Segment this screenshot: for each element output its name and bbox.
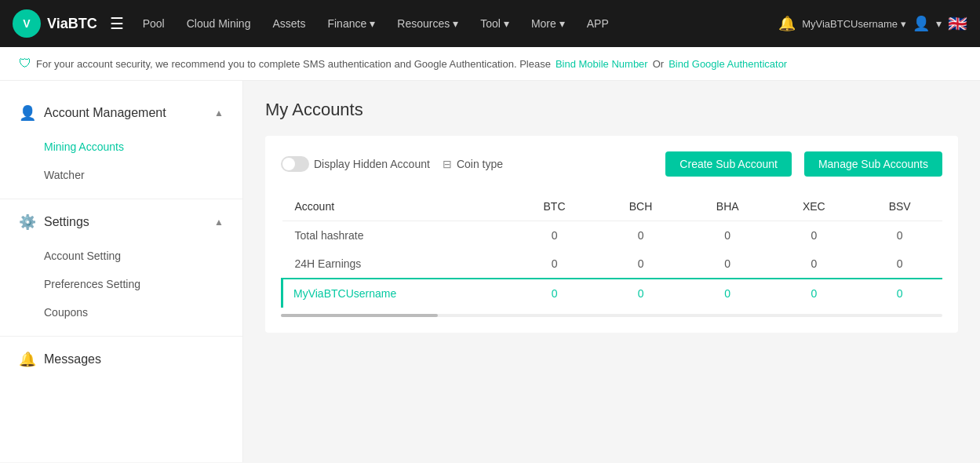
hamburger-icon[interactable]: ☰	[110, 14, 124, 33]
user-bch: 0	[597, 279, 684, 308]
user-btc: 0	[512, 279, 597, 308]
24h-earnings-xec: 0	[771, 250, 857, 279]
nav-app[interactable]: APP	[577, 17, 618, 30]
account-management-icon: 👤	[19, 104, 36, 122]
settings-label: Settings	[44, 215, 89, 229]
nav-assets[interactable]: Assets	[263, 17, 315, 30]
topnav: V ViaBTC ☰ Pool Cloud Mining Assets Fina…	[0, 0, 980, 47]
24h-earnings-label: 24H Earnings	[282, 250, 512, 279]
sidebar-item-preferences-setting[interactable]: Preferences Setting	[0, 270, 242, 298]
table-header-row: Account BTC BCH BHA XEC BSV	[282, 192, 943, 221]
coin-type-filter[interactable]: ⊟ Coin type	[443, 158, 503, 170]
settings-icon: ⚙️	[19, 213, 36, 231]
col-btc: BTC	[512, 192, 597, 221]
sidebar-item-coupons[interactable]: Coupons	[0, 298, 242, 326]
account-management-label: Account Management	[44, 106, 166, 120]
24h-earnings-bha: 0	[684, 250, 771, 279]
create-sub-account-button[interactable]: Create Sub Account	[665, 151, 792, 177]
main-content: My Accounts Display Hidden Account ⊟ Coi…	[243, 81, 980, 462]
settings-items: Account Setting Preferences Setting Coup…	[0, 239, 242, 330]
messages-label: Messages	[44, 352, 101, 366]
account-management-items: Mining Accounts Watcher	[0, 129, 242, 192]
sidebar-divider-1	[0, 199, 242, 199]
24h-earnings-btc: 0	[512, 250, 597, 279]
sidebar-divider-2	[0, 336, 242, 337]
sidebar: 👤 Account Management ▲ Mining Accounts W…	[0, 81, 243, 462]
total-hashrate-xec: 0	[771, 221, 857, 250]
user-account-link[interactable]: MyViaBTCUsername	[293, 287, 396, 300]
chevron-user: ▾	[936, 17, 942, 30]
sidebar-item-account-setting[interactable]: Account Setting	[0, 242, 242, 270]
display-hidden-toggle[interactable]	[281, 156, 309, 172]
col-bch: BCH	[597, 192, 684, 221]
table-row-24h-earnings: 24H Earnings 0 0 0 0 0	[282, 250, 943, 279]
or-text: Or	[653, 58, 664, 70]
security-banner: 🛡 For your account security, we recommen…	[0, 47, 980, 81]
sidebar-messages[interactable]: 🔔 Messages	[0, 343, 242, 376]
accounts-card: Display Hidden Account ⊟ Coin type Creat…	[265, 136, 958, 333]
bind-google-link[interactable]: Bind Google Authenticator	[669, 58, 787, 70]
nav-right: 🔔 MyViaBTCUsername ▾ 👤 ▾ 🇬🇧	[778, 14, 967, 33]
shield-icon: 🛡	[19, 57, 31, 71]
total-hashrate-btc: 0	[512, 221, 597, 250]
language-flag[interactable]: 🇬🇧	[948, 14, 967, 33]
logo[interactable]: V ViaBTC	[13, 9, 97, 38]
user-xec: 0	[771, 279, 857, 308]
nav-more[interactable]: More ▾	[522, 17, 574, 30]
messages-icon: 🔔	[19, 351, 36, 368]
sidebar-item-watcher[interactable]: Watcher	[0, 161, 242, 189]
scrollbar-track[interactable]	[281, 314, 942, 317]
filter-icon: ⊟	[443, 158, 452, 170]
col-bsv: BSV	[857, 192, 942, 221]
display-hidden-label[interactable]: Display Hidden Account	[281, 156, 430, 172]
sidebar-item-mining-accounts[interactable]: Mining Accounts	[0, 133, 242, 161]
logo-text: ViaBTC	[47, 16, 97, 32]
nav-finance[interactable]: Finance ▾	[318, 17, 384, 30]
total-hashrate-bsv: 0	[857, 221, 942, 250]
bell-icon[interactable]: 🔔	[778, 15, 796, 32]
security-message: For your account security, we recommend …	[36, 58, 551, 70]
user-icon[interactable]: 👤	[913, 15, 930, 32]
col-account: Account	[282, 192, 512, 221]
nav-cloud-mining[interactable]: Cloud Mining	[177, 17, 260, 30]
total-hashrate-label: Total hashrate	[282, 221, 512, 250]
sidebar-account-management[interactable]: 👤 Account Management ▲	[0, 97, 242, 129]
user-bsv: 0	[857, 279, 942, 308]
24h-earnings-bch: 0	[597, 250, 684, 279]
chevron-up-account: ▲	[214, 108, 224, 118]
nav-pool[interactable]: Pool	[133, 17, 174, 30]
username-display[interactable]: MyViaBTCUsername ▾	[802, 18, 906, 30]
table-row-total-hashrate: Total hashrate 0 0 0 0 0	[282, 221, 943, 250]
sidebar-settings[interactable]: ⚙️ Settings ▲	[0, 206, 242, 239]
user-account-name[interactable]: MyViaBTCUsername	[282, 279, 512, 308]
accounts-table: Account BTC BCH BHA XEC BSV Total hashra…	[281, 192, 942, 308]
chevron-up-settings: ▲	[214, 217, 224, 228]
logo-icon: V	[13, 9, 41, 38]
layout: 👤 Account Management ▲ Mining Accounts W…	[0, 81, 980, 462]
total-hashrate-bch: 0	[597, 221, 684, 250]
col-xec: XEC	[771, 192, 857, 221]
total-hashrate-bha: 0	[684, 221, 771, 250]
card-toolbar: Display Hidden Account ⊟ Coin type Creat…	[281, 151, 942, 177]
bind-mobile-link[interactable]: Bind Mobile Number	[556, 58, 648, 70]
page-title: My Accounts	[265, 100, 958, 120]
user-bha: 0	[684, 279, 771, 308]
nav-tool[interactable]: Tool ▾	[471, 17, 519, 30]
col-bha: BHA	[684, 192, 771, 221]
manage-sub-accounts-button[interactable]: Manage Sub Accounts	[804, 151, 942, 177]
table-row-user: MyViaBTCUsername 0 0 0 0 0	[282, 279, 943, 308]
nav-resources[interactable]: Resources ▾	[388, 17, 468, 30]
scrollbar-thumb[interactable]	[281, 314, 438, 317]
24h-earnings-bsv: 0	[857, 250, 942, 279]
